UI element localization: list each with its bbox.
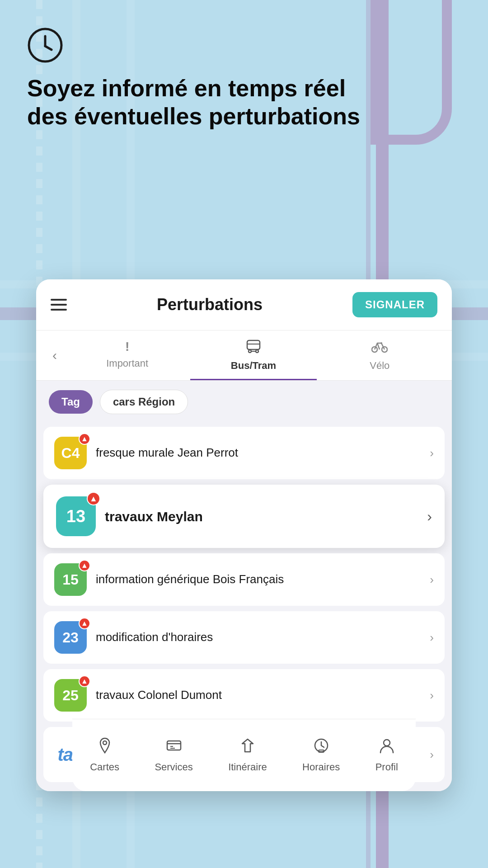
warning-25: ▲ xyxy=(79,675,90,687)
route-badge-15: 15 ▲ xyxy=(54,563,87,596)
velo-icon xyxy=(371,340,388,356)
warning-15: ▲ xyxy=(79,560,90,571)
route-badge-25: 25 ▲ xyxy=(54,679,87,712)
tab-prev-arrow[interactable]: ‹ xyxy=(45,339,64,372)
chevron-25: › xyxy=(430,689,434,703)
warning-13: ▲ xyxy=(87,492,100,505)
headline: Soyez informé en temps réel des éventuel… xyxy=(27,74,461,131)
chevron-tag: › xyxy=(430,748,434,762)
nav-profil[interactable]: Profil xyxy=(366,733,407,778)
warning-c4: ▲ xyxy=(79,433,90,445)
nav-cartes-label: Cartes xyxy=(90,761,119,773)
route-badge-c4: C4 ▲ xyxy=(54,437,87,469)
nav-profil-label: Profil xyxy=(375,761,398,773)
disruption-item-23[interactable]: 23 ▲ modification d'horaires › xyxy=(43,611,445,664)
modal-header: Perturbations SIGNALER xyxy=(36,279,452,330)
nav-itineraire-label: Itinéraire xyxy=(228,761,267,773)
route-badge-13: 13 ▲ xyxy=(56,496,96,536)
svg-line-2 xyxy=(45,46,52,50)
tab-bus-tram-label: Bus/Tram xyxy=(231,360,276,372)
disruption-item-c4[interactable]: C4 ▲ fresque murale Jean Perrot › xyxy=(43,427,445,479)
chevron-c4: › xyxy=(430,446,434,460)
tab-bus-tram[interactable]: Bus/Tram xyxy=(190,330,316,380)
profil-icon xyxy=(379,737,395,758)
services-icon xyxy=(166,737,182,758)
disruption-text-25: travaux Colonel Dumont xyxy=(96,688,421,703)
tabs-wrapper: ! Important Bus/Tram xyxy=(64,330,443,380)
disruption-text-c4: fresque murale Jean Perrot xyxy=(96,445,421,461)
hamburger-menu[interactable] xyxy=(51,299,67,311)
route-badge-23: 23 ▲ xyxy=(54,621,87,654)
filter-row: Tag cars Région xyxy=(36,381,452,423)
bottom-nav: Cartes Services Itinéraire xyxy=(72,719,416,791)
nav-horaires[interactable]: Horaires xyxy=(293,733,349,778)
tab-important-label: Important xyxy=(106,358,148,369)
chevron-15: › xyxy=(430,573,434,587)
important-icon: ! xyxy=(125,340,129,354)
nav-cartes[interactable]: Cartes xyxy=(81,733,128,778)
svg-point-6 xyxy=(256,350,258,353)
nav-services-label: Services xyxy=(155,761,192,773)
chevron-13: › xyxy=(427,508,432,525)
modal-card: Perturbations SIGNALER ‹ ! Important xyxy=(36,279,452,791)
top-content: Soyez informé en temps réel des éventuel… xyxy=(27,27,461,131)
svg-point-18 xyxy=(384,740,390,746)
modal-title: Perturbations xyxy=(157,295,263,314)
filter-tag-tag[interactable]: Tag xyxy=(49,390,93,414)
nav-horaires-label: Horaires xyxy=(302,761,340,773)
svg-rect-3 xyxy=(247,340,260,349)
bus-icon xyxy=(246,340,261,356)
filter-tag-cars-region[interactable]: cars Région xyxy=(100,390,188,414)
svg-point-10 xyxy=(380,342,382,344)
nav-services[interactable]: Services xyxy=(145,733,202,778)
disruption-item-15[interactable]: 15 ▲ information générique Bois Français… xyxy=(43,553,445,606)
itineraire-icon xyxy=(239,737,256,758)
disruption-item-25[interactable]: 25 ▲ travaux Colonel Dumont › xyxy=(43,669,445,722)
tab-velo-label: Vélo xyxy=(370,360,389,372)
svg-point-5 xyxy=(249,350,251,353)
tabs-container: ‹ ! Important Bus/Tram xyxy=(36,330,452,381)
disruption-text-15: information générique Bois Français xyxy=(96,572,421,587)
clock-icon xyxy=(27,27,63,63)
tab-important[interactable]: ! Important xyxy=(64,330,190,380)
disruption-item-13[interactable]: 13 ▲ travaux Meylan › xyxy=(43,485,445,548)
disruption-text-23: modification d'horaires xyxy=(96,630,421,645)
chevron-23: › xyxy=(430,631,434,645)
tab-velo[interactable]: Vélo xyxy=(317,330,443,380)
disruption-text-13: travaux Meylan xyxy=(105,508,418,525)
signaler-button[interactable]: SIGNALER xyxy=(352,292,437,317)
svg-point-11 xyxy=(103,741,107,745)
nav-itineraire[interactable]: Itinéraire xyxy=(219,733,276,778)
horaires-icon xyxy=(313,737,329,758)
warning-23: ▲ xyxy=(79,618,90,629)
cartes-icon xyxy=(97,737,113,758)
